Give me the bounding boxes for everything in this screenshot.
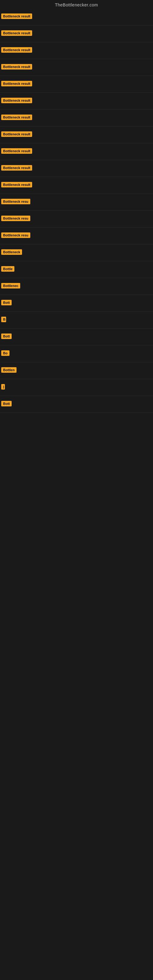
site-title: TheBottlenecker.com [0,0,153,9]
list-item: Bottlen [0,362,153,379]
bottleneck-result-badge[interactable]: Bott [1,401,12,406]
list-item: Bo [0,345,153,362]
badge-container: Bottlen [1,367,16,374]
badge-container: Bottleneck result [1,148,32,155]
bottleneck-result-badge[interactable]: Bottleneck result [1,131,32,137]
list-item: Bottleneck resu [0,228,153,244]
list-item: Bottlenec [0,278,153,295]
bottleneck-result-badge[interactable]: Bottleneck result [1,148,32,154]
list-item: Bottleneck result [0,143,153,160]
list-item: Bottleneck result [0,110,153,126]
list-item: Bott [0,295,153,312]
list-item: Bottleneck result [0,126,153,143]
list-item: Bott [0,329,153,345]
bottleneck-result-badge[interactable]: Bottleneck result [1,182,32,188]
rows-container: Bottleneck resultBottleneck resultBottle… [0,9,153,413]
bottleneck-result-badge[interactable]: B [1,317,6,322]
badge-container: Bott [1,401,12,407]
bottleneck-result-badge[interactable]: Bottleneck resu [1,232,30,238]
list-item: Bottleneck result [0,93,153,110]
badge-container: Bottleneck result [1,47,32,54]
list-item: Bottleneck result [0,42,153,59]
badge-container: B [1,317,6,323]
badge-container: Bo [1,350,10,357]
bottleneck-result-badge[interactable]: Bo [1,350,10,356]
bottleneck-result-badge[interactable]: Bottleneck resu [1,199,30,204]
bottleneck-result-badge[interactable]: Bottleneck result [1,13,32,19]
badge-container: Bott [1,300,12,307]
badge-container: Bottleneck resu [1,232,30,239]
bottleneck-result-badge[interactable]: Bott [1,300,12,305]
badge-container: Bottleneck result [1,165,32,172]
list-item: | [0,379,153,396]
list-item: B [0,312,153,329]
list-item: Bottleneck result [0,59,153,76]
bottleneck-result-badge[interactable]: Bottleneck result [1,115,32,120]
bottleneck-result-badge[interactable]: Bott [1,334,12,339]
list-item: Bottleneck resu [0,194,153,211]
badge-container: Bott [1,334,12,340]
bottleneck-result-badge[interactable]: Bottlen [1,367,16,373]
badge-container: Bottle [1,266,14,273]
bottleneck-result-badge[interactable]: Bottleneck result [1,81,32,86]
list-item: Bottleneck result [0,160,153,177]
bottleneck-result-badge[interactable]: Bottleneck result [1,30,32,36]
list-item: Bottleneck [0,244,153,261]
bottleneck-result-badge[interactable]: Bottleneck result [1,165,32,170]
badge-container: Bottleneck result [1,13,32,20]
site-title-bar: TheBottlenecker.com [0,0,153,9]
list-item: Bott [0,396,153,413]
badge-container: | [1,384,5,391]
badge-container: Bottleneck result [1,131,32,138]
bottleneck-result-badge[interactable]: Bottleneck result [1,98,32,103]
list-item: Bottleneck result [0,76,153,93]
badge-container: Bottleneck result [1,98,32,105]
list-item: Bottleneck result [0,25,153,42]
badge-container: Bottleneck result [1,182,32,189]
badge-container: Bottleneck [1,249,22,256]
badge-container: Bottleneck result [1,30,32,37]
list-item: Bottleneck result [0,9,153,25]
bottleneck-result-badge[interactable]: Bottle [1,266,14,272]
badge-container: Bottleneck resu [1,216,30,222]
bottleneck-result-badge[interactable]: Bottleneck resu [1,216,30,221]
list-item: Bottleneck result [0,177,153,194]
badge-container: Bottleneck result [1,64,32,71]
badge-container: Bottleneck result [1,81,32,88]
bottleneck-result-badge[interactable]: Bottleneck [1,249,22,255]
bottleneck-result-badge[interactable]: Bottleneck result [1,64,32,70]
list-item: Bottleneck resu [0,211,153,228]
badge-container: Bottlenec [1,283,20,290]
badge-container: Bottleneck resu [1,199,30,205]
bottleneck-result-badge[interactable]: Bottlenec [1,283,20,288]
bottleneck-result-badge[interactable]: | [1,384,5,390]
list-item: Bottle [0,261,153,278]
bottleneck-result-badge[interactable]: Bottleneck result [1,47,32,52]
badge-container: Bottleneck result [1,115,32,121]
